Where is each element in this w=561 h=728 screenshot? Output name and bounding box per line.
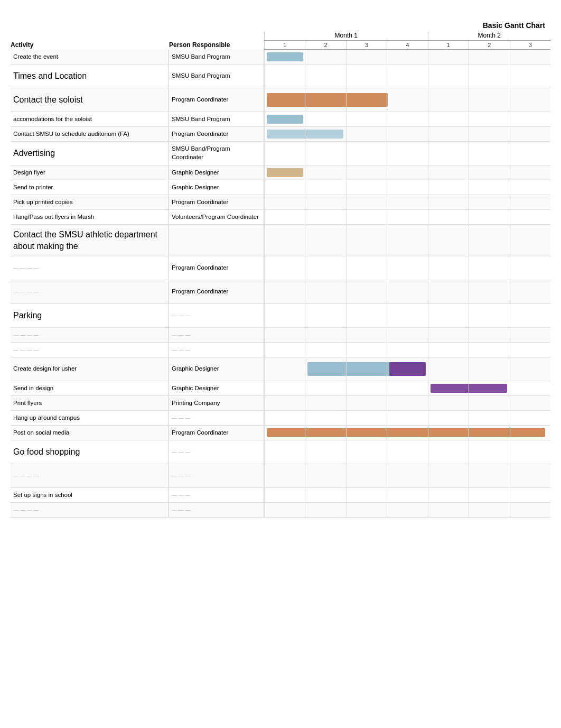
month1-label: Month 1 [264,32,428,40]
gantt-week [387,343,427,357]
table-row: Send to printer Graphic Designer [11,180,550,195]
gantt-week [469,165,509,180]
person-cell [169,225,264,256]
gantt-week [264,381,305,395]
gantt-cells [264,304,550,327]
person-cell: — — — [169,411,264,425]
gantt-week [469,64,509,88]
table-row: Contact the SMSU athletic department abo… [11,225,550,256]
gantt-week [387,396,427,410]
gantt-week [469,280,509,303]
person-cell: SMSU Band Program [169,50,264,64]
gantt-week [305,488,345,502]
gantt-week [346,210,387,224]
activity-cell: Design flyer [11,165,169,180]
gantt-week [305,127,345,141]
gantt-week [387,210,427,224]
gantt-week [469,488,509,502]
person-cell: Program Coordinater [169,426,264,440]
gantt-week [264,357,305,381]
gantt-week [428,256,469,280]
gantt-week [264,488,305,502]
gantt-week [264,328,305,342]
gantt-week [264,142,305,165]
gantt-week [510,343,550,357]
table-row: Hang up around campus — — — [11,411,550,426]
activity-cell: Parking [11,304,169,327]
activity-cell: Create the event [11,50,169,64]
gantt-week [264,256,305,280]
gantt-week [510,256,550,280]
gantt-week [387,280,427,303]
person-cell: Program Coordinater [169,195,264,209]
gantt-week [428,357,469,381]
gantt-week [510,127,550,141]
gantt-week [428,127,469,141]
gantt-chart: Basic Gantt Chart Activity Person Respon… [11,21,550,518]
gantt-cells [264,256,550,280]
header-row: Activity Person Responsible Month 1 Mont… [11,32,550,50]
activity-cell: Set up signs in school [11,488,169,502]
gantt-week [428,195,469,209]
activity-cell: Advertising [11,142,169,165]
table-row: — — — — — — — [11,343,550,357]
gantt-week [387,304,427,327]
gantt-week [346,195,387,209]
gantt-week [510,88,550,112]
activity-cell: — — — — [11,328,169,342]
person-cell: Graphic Designer [169,381,264,395]
gantt-week [469,210,509,224]
gantt-week [510,50,550,64]
gantt-week [387,165,427,180]
gantt-week [387,88,427,112]
gantt-week [387,195,427,209]
gantt-cells [264,50,550,64]
table-row: Contact SMSU to schedule auditorium (FA)… [11,127,550,142]
gantt-week [387,488,427,502]
activity-cell: Post on social media [11,426,169,440]
gantt-week [428,396,469,410]
week-2-1: 1 [428,41,469,49]
gantt-week [428,165,469,180]
activity-cell: Contact the soloist [11,88,169,112]
table-row: Post on social media Program Coordinater [11,426,550,440]
gantt-week [428,304,469,327]
gantt-week [428,88,469,112]
gantt-week [346,488,387,502]
gantt-week [346,256,387,280]
gantt-cells [264,195,550,209]
week-1-1: 1 [264,41,305,49]
gantt-week [387,225,427,256]
gantt-cells [264,210,550,224]
table-row: — — — — Program Coordinater [11,256,550,280]
gantt-week [428,488,469,502]
gantt-week [264,343,305,357]
gantt-week [510,142,550,165]
gantt-week [346,328,387,342]
table-row: Parking — — — [11,304,550,328]
gantt-week [305,440,345,464]
week-1-4: 4 [387,41,427,49]
gantt-week [469,440,509,464]
person-cell: SMSU Band Program [169,112,264,126]
table-row: — — — — — — — [11,464,550,488]
activity-cell: Contact the SMSU athletic department abo… [11,225,169,256]
person-cell: Program Coordinater [169,88,264,112]
gantt-week [305,210,345,224]
chart-title: Basic Gantt Chart [11,21,550,30]
activity-cell: — — — — [11,256,169,280]
gantt-week [387,112,427,126]
gantt-week [510,426,550,440]
gantt-week [264,50,305,64]
gantt-cells [264,142,550,165]
gantt-header: Month 1 Month 2 1 2 3 4 1 2 3 [264,32,550,50]
gantt-week [346,142,387,165]
month-labels: Month 1 Month 2 [264,32,550,40]
gantt-week [428,440,469,464]
gantt-week [305,411,345,425]
gantt-cells [264,357,550,381]
gantt-week [346,426,387,440]
gantt-week [305,195,345,209]
gantt-cells [264,381,550,395]
gantt-week [387,142,427,165]
